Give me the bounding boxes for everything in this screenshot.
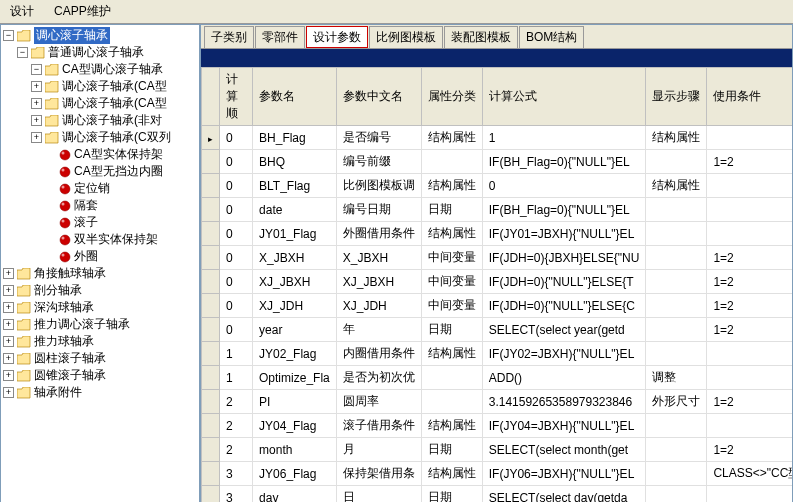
cell[interactable]: 1: [220, 366, 253, 390]
tree-expander[interactable]: +: [3, 370, 14, 381]
cell[interactable]: 0: [482, 174, 646, 198]
cell[interactable]: X_JBXH: [336, 246, 421, 270]
cell[interactable]: 圆周率: [336, 390, 421, 414]
cell[interactable]: 结构属性: [646, 174, 707, 198]
tree-expander[interactable]: −: [3, 30, 14, 41]
cell[interactable]: 0: [220, 126, 253, 150]
cell[interactable]: BH_Flag: [253, 126, 337, 150]
row-header[interactable]: [202, 270, 220, 294]
tree-node[interactable]: 外圈: [1, 248, 199, 265]
cell[interactable]: 1: [220, 342, 253, 366]
tree-node[interactable]: CA型无挡边内圈: [1, 163, 199, 180]
cell[interactable]: 编号日期: [336, 198, 421, 222]
tree-node[interactable]: 双半实体保持架: [1, 231, 199, 248]
cell[interactable]: 编号前缀: [336, 150, 421, 174]
cell[interactable]: [707, 198, 792, 222]
cell[interactable]: IF(BH_Flag=0){"NULL"}EL: [482, 150, 646, 174]
cell[interactable]: 3: [220, 486, 253, 503]
cell[interactable]: 1: [482, 126, 646, 150]
tree-node[interactable]: 隔套: [1, 197, 199, 214]
table-row[interactable]: 3day日日期SELECT(select day(getda: [202, 486, 793, 503]
tree-node[interactable]: +调心滚子轴承(CA型: [1, 95, 199, 112]
table-row[interactable]: 1JY02_Flag内圈借用条件结构属性IF(JY02=JBXH){"NULL"…: [202, 342, 793, 366]
cell[interactable]: [421, 366, 482, 390]
cell[interactable]: year: [253, 318, 337, 342]
cell[interactable]: 2: [220, 390, 253, 414]
tree-node[interactable]: 滚子: [1, 214, 199, 231]
cell[interactable]: 1=2: [707, 270, 792, 294]
cell[interactable]: 日期: [421, 318, 482, 342]
cell[interactable]: [707, 174, 792, 198]
cell[interactable]: 0: [220, 174, 253, 198]
cell[interactable]: 结构属性: [421, 126, 482, 150]
cell[interactable]: PI: [253, 390, 337, 414]
cell[interactable]: 内圈借用条件: [336, 342, 421, 366]
cell[interactable]: [646, 462, 707, 486]
cell[interactable]: month: [253, 438, 337, 462]
tree-node[interactable]: +推力球轴承: [1, 333, 199, 350]
cell[interactable]: 是否编号: [336, 126, 421, 150]
cell[interactable]: 中间变量: [421, 246, 482, 270]
cell[interactable]: JY02_Flag: [253, 342, 337, 366]
table-row[interactable]: 0JY01_Flag外圈借用条件结构属性IF(JY01=JBXH){"NULL"…: [202, 222, 793, 246]
col-header[interactable]: 计算公式: [482, 68, 646, 126]
row-header[interactable]: [202, 318, 220, 342]
col-header[interactable]: 参数中文名: [336, 68, 421, 126]
cell[interactable]: 1=2: [707, 318, 792, 342]
tree-expander[interactable]: +: [31, 132, 42, 143]
tree-expander[interactable]: +: [3, 268, 14, 279]
cell[interactable]: IF(JDH=0){JBXH}ELSE{"NU: [482, 246, 646, 270]
cell[interactable]: 结构属性: [421, 462, 482, 486]
cell[interactable]: SELECT(select day(getda: [482, 486, 646, 503]
tree-expander[interactable]: −: [31, 64, 42, 75]
tree-node[interactable]: +角接触球轴承: [1, 265, 199, 282]
category-tree[interactable]: −调心滚子轴承−普通调心滚子轴承−CA型调心滚子轴承+调心滚子轴承(CA型+调心…: [0, 24, 200, 502]
row-header[interactable]: [202, 390, 220, 414]
cell[interactable]: XJ_JBXH: [253, 270, 337, 294]
table-row[interactable]: 0date编号日期日期IF(BH_Flag=0){"NULL"}EL: [202, 198, 793, 222]
cell[interactable]: 0: [220, 198, 253, 222]
cell[interactable]: [707, 126, 792, 150]
cell[interactable]: 0: [220, 318, 253, 342]
cell[interactable]: day: [253, 486, 337, 503]
cell[interactable]: IF(BH_Flag=0){"NULL"}EL: [482, 198, 646, 222]
cell[interactable]: [646, 318, 707, 342]
tree-node[interactable]: +圆柱滚子轴承: [1, 350, 199, 367]
cell[interactable]: [421, 150, 482, 174]
cell[interactable]: 0: [220, 150, 253, 174]
table-row[interactable]: 0BHQ编号前缀IF(BH_Flag=0){"NULL"}EL1=2: [202, 150, 793, 174]
menu-capp[interactable]: CAPP维护: [44, 0, 121, 23]
tree-expander[interactable]: +: [31, 115, 42, 126]
tree-node[interactable]: +深沟球轴承: [1, 299, 199, 316]
table-row[interactable]: 2month月日期SELECT(select month(get1=2: [202, 438, 793, 462]
tree-node[interactable]: +调心滚子轴承(CA型: [1, 78, 199, 95]
cell[interactable]: 结构属性: [421, 222, 482, 246]
row-header[interactable]: [202, 246, 220, 270]
cell[interactable]: 结构属性: [421, 342, 482, 366]
tab-2[interactable]: 设计参数: [306, 26, 368, 48]
cell[interactable]: CLASS<>"CC型调心滚子轴: [707, 462, 792, 486]
table-row[interactable]: 0XJ_JBXHXJ_JBXH中间变量IF(JDH=0){"NULL"}ELSE…: [202, 270, 793, 294]
cell[interactable]: [646, 150, 707, 174]
cell[interactable]: [646, 198, 707, 222]
tree-expander[interactable]: +: [3, 387, 14, 398]
row-header[interactable]: [202, 198, 220, 222]
menu-design[interactable]: 设计: [0, 0, 44, 23]
cell[interactable]: [646, 486, 707, 503]
cell[interactable]: X_JBXH: [253, 246, 337, 270]
cell[interactable]: [646, 414, 707, 438]
cell[interactable]: 2: [220, 438, 253, 462]
col-header[interactable]: 参数名: [253, 68, 337, 126]
cell[interactable]: BLT_Flag: [253, 174, 337, 198]
tab-1[interactable]: 零部件: [255, 26, 305, 48]
tree-node[interactable]: +剖分轴承: [1, 282, 199, 299]
table-row[interactable]: 0BH_Flag是否编号结构属性1结构属性: [202, 126, 793, 150]
row-header[interactable]: [202, 462, 220, 486]
cell[interactable]: 2: [220, 414, 253, 438]
cell[interactable]: 1=2: [707, 294, 792, 318]
cell[interactable]: IF(JY01=JBXH){"NULL"}EL: [482, 222, 646, 246]
cell[interactable]: BHQ: [253, 150, 337, 174]
cell[interactable]: [707, 222, 792, 246]
cell[interactable]: ADD(): [482, 366, 646, 390]
cell[interactable]: XJ_JBXH: [336, 270, 421, 294]
